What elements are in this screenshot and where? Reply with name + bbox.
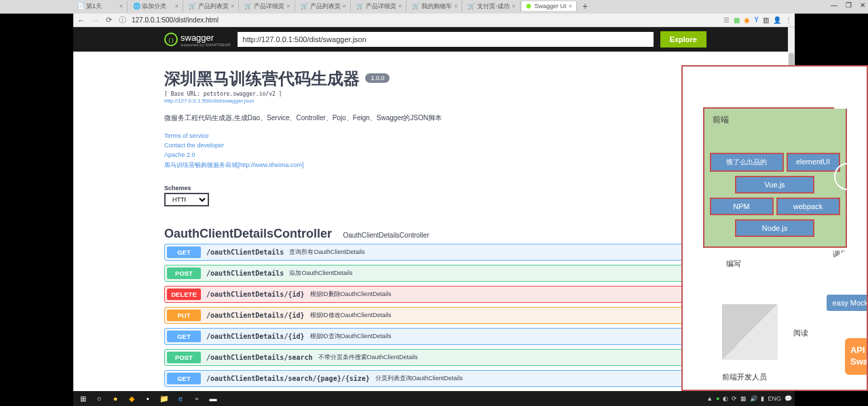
cortana-icon[interactable]: ○: [92, 392, 106, 405]
tech-webpack: webpack: [776, 198, 840, 215]
operation-row[interactable]: GET /oauthClientDetails/search/{page}/{s…: [164, 370, 704, 387]
close-icon[interactable]: ×: [398, 3, 402, 10]
schemes-select[interactable]: HTTP: [164, 193, 209, 206]
tech-eleme: 饿了么出品的: [710, 153, 784, 172]
operation-row[interactable]: DELETE /oauthClientDetails/{id} 根据ID删除Oa…: [164, 286, 704, 303]
operation-path: /oauthClientDetails/search: [206, 354, 313, 361]
app-icon[interactable]: ▬: [206, 392, 220, 405]
browser-tab[interactable]: 🛒支付页-成功×: [464, 1, 520, 12]
operation-summary: 根据ID查询OauthClientDetails: [310, 332, 392, 341]
forward-icon[interactable]: →: [90, 16, 100, 24]
extension-icon[interactable]: Y: [754, 16, 759, 24]
edge-icon[interactable]: e: [174, 392, 187, 405]
notifications-icon[interactable]: 💬: [785, 395, 792, 402]
network-icon[interactable]: ▦: [740, 395, 747, 402]
recents-button[interactable]: [834, 81, 861, 109]
extension-icon[interactable]: ◉: [744, 16, 750, 24]
battery-icon[interactable]: ▮: [761, 395, 764, 402]
tray-icon[interactable]: ▲: [706, 395, 713, 402]
cart-icon: 🛒: [244, 3, 252, 10]
new-tab-button[interactable]: +: [578, 1, 592, 12]
browser-tab-active[interactable]: ⬢Swagger UI×: [522, 1, 577, 11]
api-swagger-box: API Swa: [845, 338, 868, 375]
address-bar: ← → ⟳ ⓘ ☰ ▦ ◉ Y ▥ 👤 ⋮: [73, 14, 795, 27]
home-button[interactable]: [834, 163, 861, 190]
operation-summary: 根据ID修改OauthClientDetails: [310, 311, 392, 320]
system-tray[interactable]: ▲ ● ◐ ⟳ ▦ 🔊 ▮ ENG 💬: [706, 395, 792, 402]
operation-path: /oauthClientDetails: [206, 270, 284, 277]
extension-icon[interactable]: ☰: [723, 16, 730, 24]
browser-tab[interactable]: 🛒产品详细页×: [352, 1, 407, 12]
emulator-nav: [834, 81, 861, 272]
globe-icon: 🌐: [133, 3, 140, 10]
website-link[interactable]: 黑马训练营畅购微服务商城[http://www.itheima.com]: [164, 161, 704, 170]
browser-tab[interactable]: 🌐添加分类×: [129, 1, 183, 12]
chrome-icon[interactable]: ●: [109, 392, 122, 405]
close-icon[interactable]: ×: [119, 3, 123, 10]
tray-icon[interactable]: ●: [716, 395, 719, 402]
label-read: 阅读: [793, 328, 808, 338]
browser-tab[interactable]: 🛒产品详细页×: [240, 1, 295, 12]
api-description: 微服务工程代码生成器,生成Dao、Service、Controller、Pojo…: [164, 113, 704, 123]
close-icon[interactable]: ×: [343, 3, 346, 10]
explore-button[interactable]: Explore: [660, 31, 706, 48]
browser-tab[interactable]: 🛒产品列表页×: [297, 1, 351, 12]
swagger-icon: ⬢: [526, 3, 533, 10]
operation-row[interactable]: GET /oauthClientDetails/{id} 根据ID查询Oauth…: [164, 328, 704, 345]
terminal-icon[interactable]: ▪: [141, 392, 155, 405]
info-icon[interactable]: ⓘ: [117, 15, 128, 25]
close-icon[interactable]: ×: [175, 3, 178, 10]
avatar: [722, 304, 778, 360]
spec-url-input[interactable]: [238, 32, 654, 47]
operation-row[interactable]: POST /oauthClientDetails/search 不带分页条件搜索…: [164, 349, 704, 366]
operation-summary: 根据ID删除OauthClientDetails: [310, 290, 392, 299]
api-title: 深圳黑马训练营代码生成器: [164, 69, 360, 88]
operation-path: /oauthClientDetails/{id}: [206, 312, 305, 319]
operation-summary: 不带分页条件搜索OauthClientDetails: [318, 353, 418, 362]
close-icon[interactable]: ×: [286, 3, 290, 10]
close-icon[interactable]: ×: [231, 3, 234, 10]
url-input[interactable]: [132, 16, 719, 24]
menu-icon[interactable]: ⋮: [785, 16, 792, 24]
minimize-icon[interactable]: —: [831, 1, 837, 9]
language-indicator[interactable]: ENG: [768, 395, 781, 402]
close-icon[interactable]: ×: [569, 3, 572, 10]
tray-icon[interactable]: ◐: [723, 395, 728, 402]
operation-summary: 分页列表查询OauthClientDetails: [375, 374, 463, 383]
api-version-badge: 1.0.0: [365, 73, 390, 83]
tos-link[interactable]: Terms of service: [164, 132, 704, 139]
start-button[interactable]: ⊞: [76, 392, 90, 405]
back-icon[interactable]: ←: [76, 16, 86, 24]
app-icon[interactable]: ◆: [125, 392, 138, 405]
extension-icon[interactable]: ▦: [734, 16, 740, 24]
operation-row[interactable]: GET /oauthClientDetails 查询所有OauthClientD…: [164, 244, 704, 261]
app-icon[interactable]: ▫: [190, 392, 204, 405]
close-icon[interactable]: ×: [512, 3, 515, 10]
browser-tab[interactable]: 🛒产品列表页×: [185, 1, 239, 12]
frontend-title: 前端: [713, 114, 840, 126]
reload-icon[interactable]: ⟳: [105, 16, 113, 24]
browser-tab[interactable]: 🛒我的购物车×: [408, 1, 462, 12]
operation-summary: 查询所有OauthClientDetails: [289, 248, 364, 257]
license-link[interactable]: Apache 2.0: [164, 151, 704, 158]
extension-icon[interactable]: ▥: [763, 16, 769, 24]
cart-icon: 🛒: [356, 3, 364, 10]
method-badge: POST: [167, 352, 201, 363]
close-icon[interactable]: ×: [454, 3, 457, 10]
operation-path: /oauthClientDetails/search/{page}/{size}: [206, 375, 370, 382]
volume-icon[interactable]: 🔊: [750, 395, 757, 402]
operation-path: /oauthClientDetails/{id}: [206, 291, 305, 298]
tray-icon[interactable]: ⟳: [732, 395, 737, 402]
back-button[interactable]: [834, 244, 854, 272]
spec-link[interactable]: http://127.0.0.1:500/dist/swagger.json: [164, 98, 704, 104]
frontend-box: 前端 饿了么出品的 elementUI Vue.js NPM webpack N…: [703, 107, 847, 248]
profile-icon[interactable]: 👤: [773, 16, 781, 24]
maximize-icon[interactable]: ❐: [846, 1, 852, 9]
browser-tab[interactable]: 📄第1天×: [73, 1, 128, 12]
close-icon[interactable]: ✕: [860, 1, 865, 9]
operation-row[interactable]: PUT /oauthClientDetails/{id} 根据ID修改Oauth…: [164, 307, 704, 324]
method-badge: GET: [167, 373, 201, 384]
explorer-icon[interactable]: 📁: [157, 392, 171, 405]
operation-row[interactable]: POST /oauthClientDetails 添加OauthClientDe…: [164, 265, 704, 282]
contact-link[interactable]: Contact the developer: [164, 142, 704, 149]
